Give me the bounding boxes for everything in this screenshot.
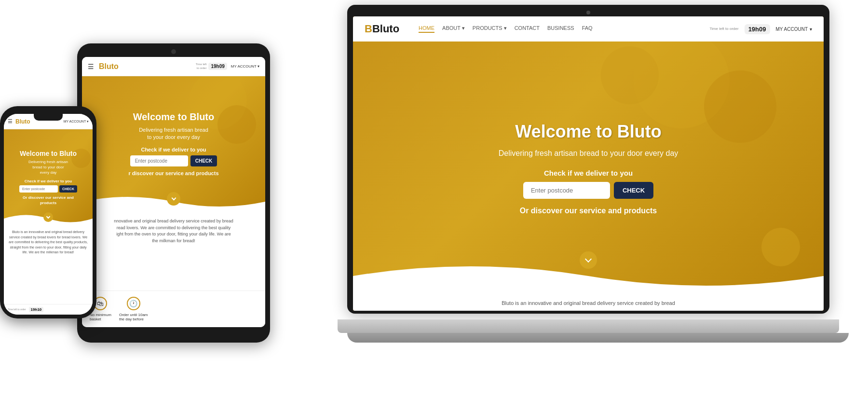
laptop-camera (586, 11, 590, 14)
tablet-hero-heading: Welcome to Bluto (128, 111, 218, 123)
phone-postcode-input[interactable] (19, 185, 58, 193)
laptop-nav-right: Time left to order 19h09 MY ACCOUNT ▾ (709, 24, 812, 34)
chevron-down-icon (46, 214, 50, 218)
phone-hero-subheading: Delivering fresh artisanbread to your do… (19, 159, 77, 176)
phone-discover-text: Or discover our service andproducts (19, 195, 77, 206)
tablet-camera (171, 49, 176, 54)
chevron-down-icon: ▾ (258, 64, 259, 69)
nav-link-faq[interactable]: FAQ (582, 25, 593, 33)
tablet-about-text: nnovative and original bread delivery se… (90, 218, 258, 244)
tablet-scroll-button[interactable] (167, 192, 180, 206)
tablet-discover-text: r discover our service and products (128, 170, 218, 176)
laptop-hero-heading: Welcome to Bluto (372, 122, 804, 142)
tablet-website: ☰ Bluto Time leftto order 19h09 MY ACCOU… (82, 57, 265, 327)
laptop-device: BBluto HOME ABOUT ▾ PRODUCTS ▾ CONTACT B… (347, 5, 839, 352)
phone-hero: Welcome to Bluto Delivering fresh artisa… (4, 129, 93, 226)
tablet-time-badge: 19h09 (208, 63, 227, 70)
phone-about-text: Bluto is an innovative and original brea… (8, 230, 89, 255)
phone-check-button[interactable]: CHECK (59, 185, 77, 193)
phone-screen: ☰ Bluto MY ACCOUNT ▾ (4, 114, 93, 315)
tablet-check-button[interactable]: CHECK (190, 155, 217, 166)
laptop-scroll-button[interactable] (580, 251, 597, 269)
tablet-frame: ☰ Bluto Time leftto order 19h09 MY ACCOU… (77, 43, 270, 343)
tablet-logo: Bluto (99, 62, 196, 71)
laptop-discover-text: Or discover our service and products (372, 207, 804, 215)
clock-icon: 🕐 (127, 297, 140, 310)
phone-hero-heading: Welcome to Bluto (19, 150, 77, 157)
tablet-time-label: Time leftto order (196, 63, 207, 70)
tablet-hero-subheading: Delivering fresh artisan breadto your do… (128, 126, 218, 141)
phone-postcode-row: CHECK (19, 185, 77, 193)
phone-frame: ☰ Bluto MY ACCOUNT ▾ (0, 106, 96, 318)
tablet-hero-content: Welcome to Bluto Delivering fresh artisa… (119, 111, 228, 177)
phone-scroll-button[interactable] (43, 212, 53, 222)
bread-deco-3 (601, 46, 659, 104)
laptop-postcode-row: CHECK (372, 182, 804, 199)
nav-link-home[interactable]: HOME (419, 25, 434, 33)
nav-link-products[interactable]: PRODUCTS ▾ (473, 25, 507, 33)
laptop-about-strip: Bluto is an innovative and original brea… (353, 295, 824, 311)
laptop-hero-subheading: Delivering fresh artisan bread to your d… (372, 148, 804, 159)
nav-link-contact[interactable]: CONTACT (515, 25, 540, 33)
phone-account-button[interactable]: MY ACCOUNT ▾ (64, 120, 89, 124)
phone-time-badge: 19h10 (29, 307, 44, 312)
tablet-device: ☰ Bluto Time leftto order 19h09 MY ACCOU… (77, 43, 270, 352)
laptop-check-label: Check if we deliver to you (372, 169, 804, 177)
laptop-nav-links: HOME ABOUT ▾ PRODUCTS ▾ CONTACT BUSINESS… (419, 25, 700, 33)
phone-hero-content: Welcome to Bluto Delivering fresh artisa… (14, 150, 82, 206)
chevron-down-icon: ▾ (810, 27, 812, 32)
tablet-screen: ☰ Bluto Time leftto order 19h09 MY ACCOU… (82, 57, 265, 327)
laptop-website: BBluto HOME ABOUT ▾ PRODUCTS ▾ CONTACT B… (353, 16, 824, 311)
tablet-check-label: Check if we deliver to you (128, 147, 218, 152)
phone-website: ☰ Bluto MY ACCOUNT ▾ (4, 114, 93, 315)
scene: BBluto HOME ABOUT ▾ PRODUCTS ▾ CONTACT B… (0, 0, 868, 414)
chevron-down-icon (585, 256, 592, 262)
laptop-postcode-input[interactable] (523, 182, 610, 199)
chevron-down-icon: ▾ (87, 120, 89, 123)
phone-device: ☰ Bluto MY ACCOUNT ▾ (0, 106, 101, 323)
laptop-hero: Welcome to Bluto Delivering fresh artisa… (353, 41, 824, 295)
laptop-logo: BBluto (365, 23, 399, 35)
tablet-postcode-input[interactable] (130, 155, 188, 166)
tablet-features: 🛍 No minimumbasket 🕐 Order until 10amthe… (82, 290, 265, 327)
tablet-hero: Welcome to Bluto Delivering fresh artisa… (82, 76, 265, 211)
chevron-down-icon (171, 196, 176, 201)
tablet-postcode-row: CHECK (128, 155, 218, 166)
laptop-time-label: Time left to order (709, 27, 738, 31)
tablet-feature-order: 🕐 Order until 10amthe day before (119, 297, 148, 321)
laptop-hero-content: Welcome to Bluto Delivering fresh artisa… (353, 122, 824, 215)
phone-time-label: Time left to order (8, 308, 26, 311)
phone-notch (34, 114, 63, 121)
laptop-time-badge: 19h09 (745, 24, 770, 34)
hamburger-icon[interactable]: ☰ (8, 118, 13, 124)
laptop-check-button[interactable]: CHECK (614, 182, 653, 199)
hamburger-icon[interactable]: ☰ (88, 63, 94, 70)
laptop-foot (347, 333, 849, 343)
laptop-navbar: BBluto HOME ABOUT ▾ PRODUCTS ▾ CONTACT B… (353, 16, 824, 41)
tablet-about: nnovative and original bread delivery se… (82, 211, 265, 290)
nav-link-business[interactable]: BUSINESS (547, 25, 574, 33)
tablet-feature-label-order: Order until 10amthe day before (119, 313, 148, 321)
laptop-frame: BBluto HOME ABOUT ▾ PRODUCTS ▾ CONTACT B… (347, 5, 829, 314)
laptop-screen: BBluto HOME ABOUT ▾ PRODUCTS ▾ CONTACT B… (353, 16, 824, 311)
laptop-account-button[interactable]: MY ACCOUNT ▾ (776, 27, 813, 32)
phone-about: Bluto is an innovative and original brea… (4, 226, 93, 304)
tablet-camera-bar (82, 49, 265, 54)
laptop-base (338, 319, 839, 333)
phone-check-label: Check if we deliver to you (19, 179, 77, 183)
phone-footer-bar: Time left to order 19h10 (4, 304, 93, 315)
tablet-account-button[interactable]: MY ACCOUNT ▾ (231, 64, 259, 69)
tablet-navbar: ☰ Bluto Time leftto order 19h09 MY ACCOU… (82, 57, 265, 76)
nav-link-about[interactable]: ABOUT ▾ (442, 25, 465, 33)
